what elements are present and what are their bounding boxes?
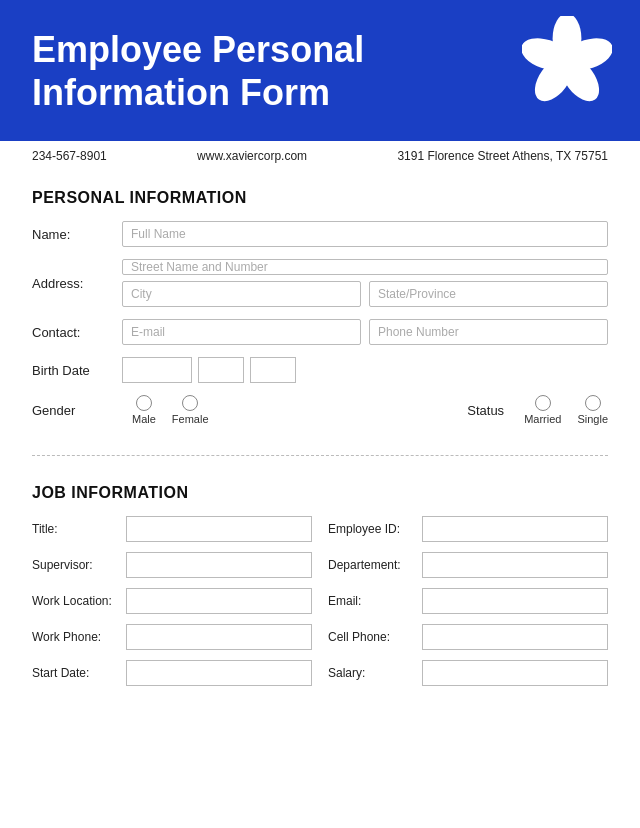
job-email-field: Email: bbox=[328, 588, 608, 614]
status-label: Status bbox=[467, 403, 504, 418]
email-input[interactable] bbox=[122, 319, 361, 345]
start-date-label: Start Date: bbox=[32, 666, 120, 680]
gender-label: Gender bbox=[32, 403, 122, 418]
birthdate-label: Birth Date bbox=[32, 363, 122, 378]
work-phone-field: Work Phone: bbox=[32, 624, 312, 650]
cell-phone-field: Cell Phone: bbox=[328, 624, 608, 650]
gender-status-row: Gender Male Female Status Married bbox=[32, 395, 608, 425]
job-title-input[interactable] bbox=[126, 516, 312, 542]
supervisor-input[interactable] bbox=[126, 552, 312, 578]
birth-day-input[interactable] bbox=[198, 357, 244, 383]
address-label: Address: bbox=[32, 276, 122, 291]
contact-label: Contact: bbox=[32, 325, 122, 340]
header-address: 3191 Florence Street Athens, TX 75751 bbox=[397, 149, 608, 163]
cell-phone-label: Cell Phone: bbox=[328, 630, 416, 644]
subheader: 234-567-8901 www.xaviercorp.com 3191 Flo… bbox=[0, 138, 640, 171]
employee-id-label: Employee ID: bbox=[328, 522, 416, 536]
status-married-label: Married bbox=[524, 413, 561, 425]
job-section-title: JOB INFORMATION bbox=[32, 484, 608, 502]
flower-decoration bbox=[522, 16, 612, 106]
status-married: Married bbox=[524, 395, 561, 425]
personal-section-title: PERSONAL INFORMATION bbox=[32, 189, 608, 207]
work-phone-input[interactable] bbox=[126, 624, 312, 650]
personal-section: PERSONAL INFORMATION Name: Address: Cont… bbox=[0, 171, 640, 445]
gender-male-label: Male bbox=[132, 413, 156, 425]
birth-month-input[interactable] bbox=[122, 357, 192, 383]
work-location-input[interactable] bbox=[126, 588, 312, 614]
employee-id-field: Employee ID: bbox=[328, 516, 608, 542]
job-email-input[interactable] bbox=[422, 588, 608, 614]
work-location-label: Work Location: bbox=[32, 594, 120, 608]
gender-options: Male Female bbox=[132, 395, 209, 425]
departement-input[interactable] bbox=[422, 552, 608, 578]
name-input[interactable] bbox=[122, 221, 608, 247]
name-label: Name: bbox=[32, 227, 122, 242]
title-line2: Information Form bbox=[32, 72, 330, 113]
status-single: Single bbox=[577, 395, 608, 425]
state-input[interactable] bbox=[369, 281, 608, 307]
status-single-radio[interactable] bbox=[585, 395, 601, 411]
birthdate-row: Birth Date bbox=[32, 357, 608, 383]
birth-year-input[interactable] bbox=[250, 357, 296, 383]
birthdate-fields bbox=[122, 357, 296, 383]
start-date-input[interactable] bbox=[126, 660, 312, 686]
salary-input[interactable] bbox=[422, 660, 608, 686]
header-phone: 234-567-8901 bbox=[32, 149, 107, 163]
gender-female-label: Female bbox=[172, 413, 209, 425]
name-row: Name: bbox=[32, 221, 608, 247]
title-line1: Employee Personal bbox=[32, 29, 364, 70]
address-fields bbox=[122, 259, 608, 307]
cell-phone-input[interactable] bbox=[422, 624, 608, 650]
street-input[interactable] bbox=[122, 259, 608, 275]
header-website: www.xaviercorp.com bbox=[197, 149, 307, 163]
phone-input[interactable] bbox=[369, 319, 608, 345]
job-fields-grid: Title: Employee ID: Supervisor: Departem… bbox=[32, 516, 608, 686]
status-single-label: Single bbox=[577, 413, 608, 425]
status-options: Married Single bbox=[524, 395, 608, 425]
contact-row: Contact: bbox=[32, 319, 608, 345]
departement-label: Departement: bbox=[328, 558, 416, 572]
job-email-label: Email: bbox=[328, 594, 416, 608]
address-row: Address: bbox=[32, 259, 608, 307]
section-divider bbox=[32, 455, 608, 456]
status-section: Status Married Single bbox=[467, 395, 608, 425]
gender-female: Female bbox=[172, 395, 209, 425]
salary-field: Salary: bbox=[328, 660, 608, 686]
gender-male-radio[interactable] bbox=[136, 395, 152, 411]
salary-label: Salary: bbox=[328, 666, 416, 680]
status-married-radio[interactable] bbox=[535, 395, 551, 411]
work-phone-label: Work Phone: bbox=[32, 630, 120, 644]
city-input[interactable] bbox=[122, 281, 361, 307]
job-section: JOB INFORMATION Title: Employee ID: Supe… bbox=[0, 466, 640, 694]
gender-female-radio[interactable] bbox=[182, 395, 198, 411]
job-title-field: Title: bbox=[32, 516, 312, 542]
header-section: Employee Personal Information Form bbox=[0, 0, 640, 138]
gender-male: Male bbox=[132, 395, 156, 425]
departement-field: Departement: bbox=[328, 552, 608, 578]
work-location-field: Work Location: bbox=[32, 588, 312, 614]
job-title-label: Title: bbox=[32, 522, 120, 536]
supervisor-field: Supervisor: bbox=[32, 552, 312, 578]
page: Employee Personal Information Form 234-5… bbox=[0, 0, 640, 828]
supervisor-label: Supervisor: bbox=[32, 558, 120, 572]
header-title: Employee Personal Information Form bbox=[32, 28, 435, 114]
city-state-row bbox=[122, 281, 608, 307]
start-date-field: Start Date: bbox=[32, 660, 312, 686]
employee-id-input[interactable] bbox=[422, 516, 608, 542]
